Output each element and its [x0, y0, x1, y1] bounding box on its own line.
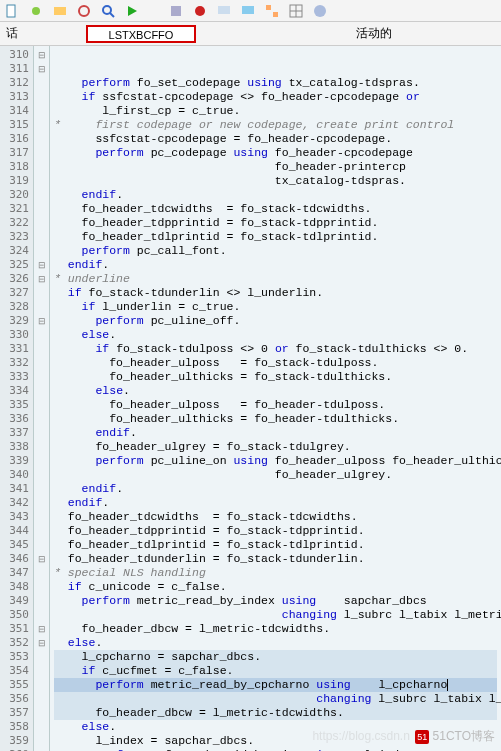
tb-struct-icon[interactable]	[264, 3, 280, 19]
line-number-gutter: 3103113123133143153163173183193203213223…	[0, 46, 34, 751]
tb-comment-icon[interactable]	[216, 3, 232, 19]
svg-point-8	[195, 6, 205, 16]
toolbar	[0, 0, 501, 22]
tb-doc-icon[interactable]	[4, 3, 20, 19]
watermark: https://blog.csdn.n 51 51CTO博客	[312, 728, 495, 745]
svg-point-3	[79, 6, 89, 16]
svg-rect-9	[218, 6, 230, 14]
svg-rect-2	[54, 7, 66, 15]
status-label: 活动的	[356, 25, 392, 42]
tb-run-icon[interactable]	[124, 3, 140, 19]
svg-rect-12	[273, 12, 278, 17]
fold-gutter[interactable]: ⊟⊟⊟⊟⊟⊟⊟⊟⊟	[34, 46, 50, 751]
logo-icon: 51	[415, 730, 429, 744]
code-editor: 3103113123133143153163173183193203213223…	[0, 46, 501, 751]
svg-rect-11	[266, 5, 271, 10]
svg-line-5	[110, 13, 114, 17]
tb-bookmark-icon[interactable]	[240, 3, 256, 19]
tb-refresh-icon[interactable]	[76, 3, 92, 19]
tb-find-icon[interactable]	[100, 3, 116, 19]
svg-point-16	[314, 5, 326, 17]
svg-point-1	[32, 7, 40, 15]
tb-grid-icon[interactable]	[288, 3, 304, 19]
tb-help-icon[interactable]	[312, 3, 328, 19]
tb-debug-icon[interactable]	[168, 3, 184, 19]
searchbar: 话 LSTXBCFFO 活动的	[0, 22, 501, 46]
svg-rect-0	[7, 5, 15, 17]
svg-rect-10	[242, 6, 254, 14]
tb-wrench-icon[interactable]	[28, 3, 44, 19]
tb-class-icon[interactable]	[52, 3, 68, 19]
code-area[interactable]: perform fo_set_codepage using tx_catalog…	[50, 46, 501, 751]
search-input[interactable]: LSTXBCFFO	[86, 25, 196, 43]
svg-rect-7	[171, 6, 181, 16]
svg-marker-6	[128, 6, 137, 16]
svg-point-4	[103, 6, 111, 14]
tb-bp-icon[interactable]	[192, 3, 208, 19]
